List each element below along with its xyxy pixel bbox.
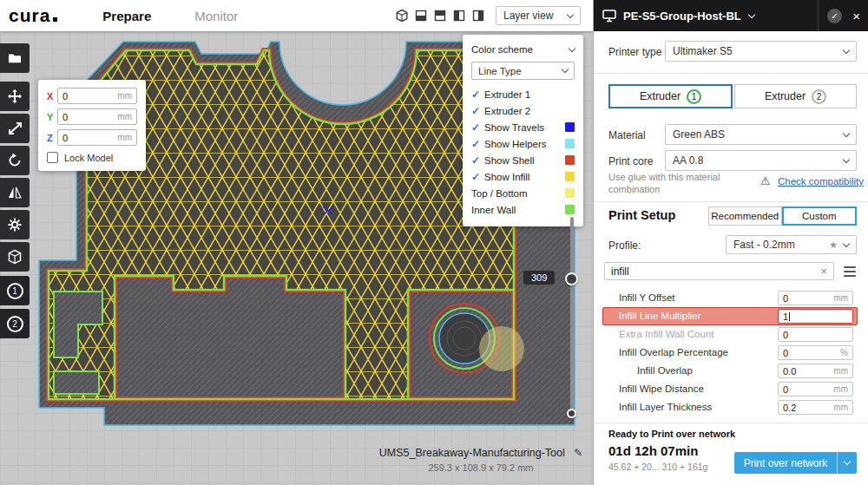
toggle-show-helpers[interactable]: ✓ Show Helpers — [471, 135, 575, 152]
layer-slider: 309 — [564, 217, 580, 422]
text-caret — [789, 312, 790, 321]
setting-row: Infill Overlap 0.0 mm — [594, 362, 868, 380]
z-position-input[interactable]: 0 mm — [57, 129, 137, 146]
check-icon: ✓ — [471, 88, 484, 101]
settings-panel: PE-S5-Group-Host-BL ✓ × Printer type Ult… — [593, 0, 868, 485]
chevron-down-icon — [843, 46, 850, 53]
clear-search-icon[interactable]: × — [820, 265, 827, 278]
setting-value-field[interactable]: 0 mm — [778, 382, 853, 397]
extruder-1-button[interactable]: 1 — [0, 276, 30, 305]
move-tool-button[interactable] — [0, 82, 30, 111]
printer-type-dropdown[interactable]: Ultimaker S5 — [665, 41, 857, 62]
setting-value-field[interactable]: 1 — [778, 309, 853, 324]
extruder-2-button[interactable]: 2 — [0, 309, 30, 338]
header-divider — [818, 0, 819, 31]
print-options-chevron[interactable] — [838, 462, 857, 464]
extruder-2-tab[interactable]: Extruder 2 — [734, 84, 857, 108]
camera-top-view-icon[interactable] — [433, 9, 447, 23]
move-icon — [7, 88, 23, 104]
x-position-input[interactable]: 0 mm — [57, 88, 137, 104]
setting-label: Infill Overlap — [637, 365, 693, 376]
layer-slider-upper-handle[interactable] — [565, 272, 578, 285]
print-over-network-button[interactable]: Print over network — [734, 452, 857, 474]
model-dimensions: 259.3 x 108.9 x 79.2 mm — [373, 462, 589, 473]
layer-slider-lower-handle[interactable] — [567, 409, 576, 418]
print-core-dropdown[interactable]: AA 0.8 — [665, 150, 857, 171]
setting-label: Infill Line Multiplier — [619, 311, 701, 321]
y-position-input[interactable]: 0 mm — [57, 108, 137, 125]
glue-note: Use glue with this material combination — [608, 171, 758, 195]
tab-prepare[interactable]: Prepare — [102, 9, 151, 23]
view-mode-dropdown[interactable]: Layer view — [496, 6, 581, 25]
support-blocker-button[interactable] — [0, 242, 30, 272]
chevron-down-icon — [843, 239, 850, 246]
position-panel: X 0 mm Y 0 mm Z 0 mm Lock Model — [38, 80, 146, 171]
cube-icon — [7, 249, 23, 265]
printer-name: PE-S5-Group-Host-BL — [623, 10, 741, 23]
scale-icon — [7, 121, 23, 136]
check-compatibility-link[interactable]: Check compatibility — [778, 176, 864, 187]
connection-status-icon: ✓ — [827, 9, 842, 23]
machine-header[interactable]: PE-S5-Group-Host-BL ✓ × — [594, 0, 868, 31]
infill-color-swatch — [565, 172, 575, 181]
printer-type-label: Printer type — [608, 46, 661, 58]
ghost-cylinder — [479, 326, 524, 371]
z-position-row: Z 0 mm — [47, 129, 137, 146]
setting-value-field[interactable]: 0 — [778, 327, 853, 342]
print-setup-title: Print Setup — [608, 208, 675, 222]
setting-label: Infill Y Offset — [619, 292, 675, 303]
setting-value-field[interactable]: 0.2 mm — [778, 400, 853, 415]
extruder-tabs: Extruder 1 Extruder 2 — [608, 84, 857, 108]
helpers-color-swatch — [565, 139, 575, 148]
color-scheme-dropdown[interactable]: Line Type — [471, 62, 575, 80]
close-icon[interactable]: × — [852, 9, 860, 23]
material-dropdown[interactable]: Green ABS — [665, 124, 857, 145]
setting-value-field[interactable]: 0 mm — [778, 291, 853, 305]
setting-search-input[interactable]: infill × — [604, 262, 834, 280]
current-layer-badge: 309 — [523, 271, 555, 285]
star-icon[interactable]: ★ — [829, 239, 838, 251]
setting-row: Extra Infill Wall Count 0 — [594, 325, 868, 344]
toggle-show-shell[interactable]: ✓ Show Shell — [471, 152, 575, 168]
legend-top-bottom: Top / Bottom — [471, 185, 575, 201]
toggle-extruder-1[interactable]: ✓ Extruder 1 — [471, 86, 575, 102]
setting-label: Infill Wipe Distance — [619, 383, 704, 394]
rotate-tool-button[interactable] — [0, 146, 30, 175]
setting-value-field[interactable]: 0.0 mm — [778, 364, 853, 378]
recommended-mode-button[interactable]: Recommended — [708, 206, 782, 226]
chevron-down-icon — [569, 44, 575, 51]
open-file-button[interactable] — [0, 43, 30, 73]
per-model-settings-button[interactable] — [0, 210, 30, 239]
setting-row: Infill Wipe Distance 0 mm — [594, 380, 868, 398]
left-toolbar — [0, 43, 30, 274]
y-axis-label: Y — [47, 112, 57, 122]
layer-slider-track[interactable] — [570, 217, 574, 418]
scale-tool-button[interactable] — [0, 114, 30, 143]
lock-model-checkbox[interactable] — [47, 152, 58, 163]
extruder-1-number: 1 — [7, 283, 23, 299]
rename-pencil-icon[interactable]: ✎ — [574, 447, 582, 459]
camera-front-view-icon[interactable] — [414, 9, 428, 23]
setting-visibility-menu-icon[interactable] — [844, 266, 856, 277]
toggle-extruder-2[interactable]: ✓ Extruder 2 — [471, 102, 575, 119]
extruder-1-tab[interactable]: Extruder 1 — [608, 84, 733, 108]
travels-color-swatch — [565, 122, 575, 132]
setting-value-field[interactable]: 0 % — [778, 345, 853, 360]
color-scheme-header[interactable]: Color scheme — [471, 42, 575, 57]
profile-dropdown[interactable]: Fast - 0.2mm ★ — [726, 235, 857, 254]
z-axis-label: Z — [47, 133, 57, 143]
chevron-down-icon — [843, 129, 850, 136]
toggle-show-infill[interactable]: ✓ Show Infill — [471, 168, 575, 185]
custom-mode-button[interactable]: Custom — [782, 206, 858, 226]
setup-mode-toggle: Recommended Custom — [708, 206, 857, 226]
tab-monitor[interactable]: Monitor — [194, 9, 238, 23]
rotate-icon — [7, 153, 23, 168]
inner-wall-color-swatch — [565, 205, 575, 214]
top-bottom-color-swatch — [565, 188, 575, 198]
toggle-show-travels[interactable]: ✓ Show Travels — [471, 119, 575, 135]
mirror-tool-button[interactable] — [0, 178, 30, 207]
lock-model-label: Lock Model — [64, 153, 113, 163]
camera-3d-view-icon[interactable] — [395, 9, 409, 23]
camera-right-view-icon[interactable] — [471, 9, 485, 23]
camera-left-view-icon[interactable] — [452, 9, 466, 23]
